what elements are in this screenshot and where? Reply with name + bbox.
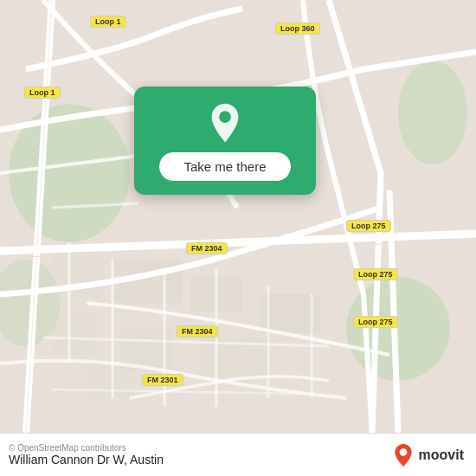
moovit-pin-icon [391, 443, 415, 467]
attribution-text: © OpenStreetMap contributors [9, 443, 164, 453]
road-badge-loop360: Loop 360 [275, 23, 320, 35]
svg-point-14 [399, 448, 407, 456]
svg-point-3 [398, 61, 467, 164]
svg-rect-12 [52, 312, 95, 355]
road-badge-loop275-top: Loop 275 [346, 220, 391, 232]
road-badge-loop275-bot: Loop 275 [353, 316, 398, 328]
location-pin-icon [204, 102, 246, 144]
location-card: Take me there [134, 87, 316, 195]
map-container: Loop 1 Loop 360 Loop 1 FM 2304 Loop 275 … [0, 0, 476, 433]
bottom-bar: © OpenStreetMap contributors William Can… [0, 433, 476, 476]
svg-rect-10 [87, 363, 134, 398]
moovit-text: moovit [419, 447, 464, 463]
road-badge-loop275-mid: Loop 275 [353, 268, 398, 280]
take-me-there-button[interactable]: Take me there [159, 152, 290, 181]
road-badge-loop1-top: Loop 1 [90, 16, 126, 28]
location-name: William Cannon Dr W, Austin [9, 453, 164, 466]
road-badge-fm2301: FM 2301 [142, 374, 183, 386]
road-badge-fm2304-mid: FM 2304 [186, 242, 228, 254]
road-badge-fm2304-bot: FM 2304 [177, 325, 218, 338]
svg-point-13 [219, 111, 231, 123]
moovit-logo[interactable]: moovit [391, 443, 464, 467]
road-badge-loop1-left: Loop 1 [24, 87, 61, 99]
map-svg [0, 0, 476, 433]
bottom-left: © OpenStreetMap contributors William Can… [9, 443, 164, 466]
